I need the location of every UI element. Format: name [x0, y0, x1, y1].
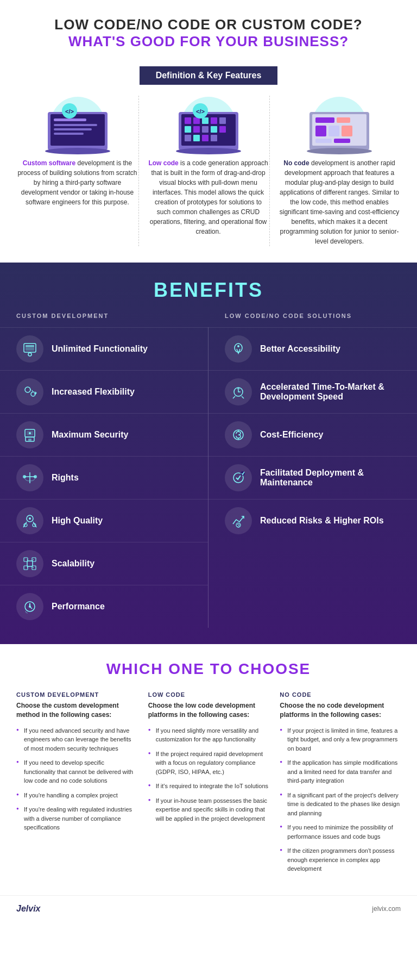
svg-rect-17: [219, 117, 226, 124]
def-text-custom: Custom software development is the proce…: [16, 158, 138, 207]
benefit-item-deployment: Facilitated Deployment & Maintenance: [208, 456, 417, 499]
svg-rect-14: [193, 117, 200, 124]
definition-grid: </> Custom software development is the p…: [16, 96, 401, 246]
header: LOW CODE/NO CODE OR CUSTOM CODE? WHAT'S …: [0, 0, 417, 61]
time-to-market-icon: [225, 378, 252, 405]
definition-label: Definition & Key Features: [140, 66, 278, 85]
benefit-label-deployment: Facilitated Deployment & Maintenance: [260, 468, 401, 488]
benefit-item-cost: Cost-Efficiency: [208, 413, 417, 456]
list-item: If you need to minimize the possibility …: [280, 823, 401, 841]
benefits-title: BENEFITS: [0, 279, 417, 302]
benefits-right-header: LOW CODE/NO CODE SOLUTIONS: [208, 313, 417, 327]
def-text-lowcode: Low code is a code generation approach t…: [147, 158, 269, 236]
choose-list-custom: If you need advanced security and have e…: [16, 726, 137, 832]
list-item: If you need advanced security and have e…: [16, 726, 137, 753]
def-body-lowcode: is a code generation approach that is bu…: [150, 159, 268, 235]
laptop-illustration-lowcode: </>: [165, 96, 252, 158]
svg-rect-35: [315, 126, 326, 136]
svg-rect-23: [185, 135, 191, 141]
benefit-item-roi: Reduced Risks & Higher ROIs: [208, 499, 417, 542]
scalability-icon: [16, 550, 43, 577]
svg-rect-64: [32, 566, 36, 570]
choose-col-nocode-subtitle: Choose the no code development platforms…: [280, 701, 401, 720]
choose-col-custom-subtitle: Choose the custom development method in …: [16, 701, 137, 720]
benefit-label-rights: Rights: [52, 473, 79, 483]
svg-rect-15: [202, 117, 208, 124]
benefits-left-col: Unlimited Functionality Increased Flexib…: [0, 327, 208, 628]
svg-point-29: [176, 148, 241, 154]
svg-rect-38: [315, 139, 332, 143]
svg-rect-16: [211, 117, 217, 124]
deployment-icon: [225, 464, 252, 491]
svg-rect-4: [54, 124, 97, 126]
list-item: If a significant part of the project's d…: [280, 791, 401, 818]
list-item: If the project required rapid developmen…: [148, 750, 269, 777]
svg-point-71: [237, 345, 239, 347]
choose-section: WHICH ONE TO CHOOSE CUSTOM DEVELOPMENT C…: [0, 644, 417, 895]
def-col-custom: </> Custom software development is the p…: [16, 96, 139, 246]
cost-efficiency-icon: [225, 421, 252, 448]
def-text-nocode: No code development is another rapid dev…: [278, 158, 401, 246]
svg-point-40: [307, 148, 372, 154]
svg-text:</>: </>: [196, 108, 205, 115]
benefit-label-roi: Reduced Risks & Higher ROIs: [260, 516, 384, 526]
benefits-col-headers: CUSTOM DEVELOPMENT LOW CODE/NO CODE SOLU…: [0, 313, 417, 327]
svg-point-57: [29, 517, 31, 520]
svg-rect-20: [202, 126, 208, 133]
choose-col-lowcode: LOW CODE Choose the low code development…: [148, 691, 269, 879]
def-col-nocode: No code development is another rapid dev…: [278, 96, 401, 246]
svg-rect-22: [219, 126, 226, 133]
laptop-illustration-nocode: [296, 96, 383, 158]
def-body-nocode: development is another rapid development…: [280, 159, 400, 245]
rights-icon: [16, 464, 43, 491]
svg-point-45: [25, 387, 30, 392]
quality-icon: [16, 507, 43, 534]
choose-col-lowcode-subtitle: Choose the low code development platform…: [148, 701, 269, 720]
svg-rect-26: [211, 135, 217, 141]
benefit-item-rights: Rights: [0, 456, 208, 499]
svg-rect-18: [185, 126, 191, 133]
benefit-item-accessibility: Better Accessibility: [208, 327, 417, 370]
footer-logo: Jelvix: [16, 904, 40, 914]
accessibility-icon: [225, 335, 252, 363]
svg-rect-3: [54, 118, 86, 121]
def-col-lowcode: </> Low code is a code generation approa…: [147, 96, 270, 246]
svg-point-70: [29, 606, 31, 608]
svg-rect-24: [193, 135, 200, 141]
choose-col-custom-title: CUSTOM DEVELOPMENT: [16, 691, 137, 698]
benefit-item-quality: High Quality: [0, 499, 208, 542]
benefit-item-security: Maximum Security: [0, 413, 208, 456]
benefit-label-flexibility: Increased Flexibility: [52, 387, 135, 397]
svg-rect-25: [202, 135, 208, 141]
footer-url: jelvix.com: [372, 905, 401, 913]
choose-col-custom: CUSTOM DEVELOPMENT Choose the custom dev…: [16, 691, 137, 879]
svg-rect-34: [337, 117, 350, 123]
choose-list-lowcode: If you need slightly more versatility an…: [148, 726, 269, 823]
header-title-line2: WHAT'S GOOD FOR YOUR BUSINESS?: [22, 33, 395, 50]
svg-rect-6: [54, 133, 84, 135]
def-keyword-nocode: No code: [283, 159, 309, 167]
benefit-label-scalability: Scalability: [52, 559, 94, 569]
benefit-item-unlimited: Unlimited Functionality: [0, 327, 208, 370]
def-keyword-custom: Custom software: [23, 159, 75, 167]
list-item: If you're handling a complex project: [16, 791, 137, 800]
svg-rect-60: [27, 561, 33, 566]
svg-rect-21: [211, 126, 217, 133]
svg-rect-19: [193, 126, 200, 133]
security-icon: [16, 421, 43, 448]
choose-col-nocode-title: NO CODE: [280, 691, 401, 698]
svg-rect-43: [26, 345, 34, 347]
benefit-item-performance: Performance: [0, 585, 208, 628]
list-item: If it's required to integrate the IoT so…: [148, 782, 269, 791]
flexibility-icon: [16, 378, 43, 405]
svg-point-79: [236, 523, 241, 527]
list-item: If the application has simple modificati…: [280, 758, 401, 785]
svg-rect-5: [54, 128, 92, 130]
benefits-right-col: Better Accessibility Accelerated Time-To…: [208, 327, 417, 628]
svg-point-9: [45, 148, 110, 154]
choose-col-nocode: NO CODE Choose the no code development p…: [280, 691, 401, 879]
benefit-label-unlimited: Unlimited Functionality: [52, 344, 148, 354]
performance-icon: [16, 593, 43, 620]
benefits-section: BENEFITS CUSTOM DEVELOPMENT LOW CODE/NO …: [0, 263, 417, 644]
svg-point-44: [28, 353, 31, 356]
